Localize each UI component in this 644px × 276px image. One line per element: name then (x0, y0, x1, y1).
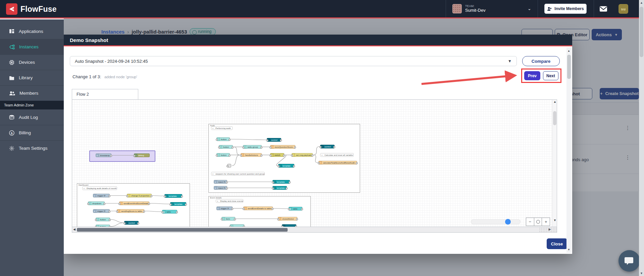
flow-node-label: set msg.payload (295, 154, 312, 156)
sidebar-item-devices[interactable]: Devices (0, 54, 64, 70)
compare-button[interactable]: Compare (522, 56, 560, 66)
chat-bubble-icon (624, 256, 634, 266)
scroll-down-icon[interactable]: ▼ (553, 219, 556, 222)
sidebar-item-members[interactable]: Members (0, 85, 64, 101)
canvas-horizontal-scrollbar[interactable]: ◀ ▶ (72, 227, 557, 233)
template-node-icon: ‹› (273, 186, 276, 189)
flow-node-label: calculateTotalScoreAndResetAudit (322, 162, 356, 164)
widget-node-icon: ☞ (230, 225, 233, 227)
sidebar-item-applications[interactable]: Applications (0, 24, 64, 39)
team-avatar (452, 4, 462, 13)
scroll-down-icon[interactable]: ▼ (567, 248, 570, 251)
flow-node: ●Displaying audit details of month (82, 186, 117, 190)
flow-node: ●Performing audit (211, 126, 233, 130)
user-avatar[interactable]: su (618, 4, 628, 14)
flow-node: fsendEventDetails to table (243, 206, 273, 210)
change-label: Change 1 of 3: (72, 74, 101, 79)
flow-node-label: template (276, 187, 286, 189)
widget-node-icon: ☞ (219, 145, 222, 148)
annotation-arrow (419, 66, 524, 87)
sidebar-item-library[interactable]: Library (0, 70, 64, 85)
canvas-hscroll-thumb[interactable] (77, 228, 288, 232)
mail-icon[interactable] (599, 6, 607, 13)
invite-members-label: Invite Members (554, 6, 584, 11)
flow-node: ●steppers for showing user current quest… (211, 172, 265, 176)
canvas-zoom-controls: − + (526, 218, 550, 226)
invite-members-button[interactable]: Invite Members (544, 4, 587, 14)
flow-node-label: Displaying audit details of month (86, 187, 117, 189)
control-node-icon: ‹› (320, 145, 324, 148)
dollar-icon: $ (9, 130, 14, 136)
close-button[interactable]: Close (547, 238, 567, 249)
flow-node-label: change 5 properties (130, 194, 151, 197)
flow-node-label: inject ⟳ (217, 181, 226, 183)
canvas-zoom-slider[interactable] (471, 219, 521, 224)
sidebar-item-audit-log[interactable]: Audit Log (0, 109, 64, 125)
svg-text:$: $ (11, 131, 13, 135)
scroll-up-icon[interactable]: ▲ (567, 49, 570, 52)
team-selector[interactable]: TEAM: Sumit-Dev (452, 0, 486, 17)
chat-widget-button[interactable] (618, 250, 640, 272)
sidebar-item-label: Team Settings (19, 146, 48, 151)
instances-icon (9, 44, 15, 50)
flow-node-label: table (165, 211, 172, 213)
page-scrollbar[interactable]: ▲ ▼ (639, 0, 644, 276)
flow-node: ●Calculate and reset all variable (320, 153, 354, 157)
inject-node-icon: ▸ (214, 186, 217, 189)
sidebar-item-billing[interactable]: $ Billing (0, 125, 64, 140)
chevron-down-icon[interactable]: ⌄ (528, 6, 531, 11)
canvas-vertical-scrollbar[interactable]: ▲ ▼ (552, 100, 557, 227)
template-node-icon: ‹› (279, 164, 282, 167)
flow-node-label: dropdown (91, 202, 102, 204)
prev-button[interactable]: Prev (524, 71, 540, 80)
scroll-up-icon[interactable]: ▲ (639, 1, 644, 4)
inject-node-icon: ▸ (217, 207, 220, 210)
flow-node: ☞form (221, 217, 235, 221)
brand[interactable]: FlowFuse (6, 3, 57, 15)
sidebar-item-team-settings[interactable]: Team Settings (0, 140, 64, 156)
modal-scrollbar[interactable]: ▲ ▼ (566, 47, 572, 253)
function-node-icon: f (117, 210, 120, 213)
change-node-icon: ⇄ (127, 194, 130, 197)
flow-node: ‹›template (164, 194, 182, 198)
page-scroll-thumb[interactable] (640, 7, 643, 57)
flow-tab[interactable]: Flow 2 (72, 89, 138, 99)
canvas-vscroll-thumb[interactable] (553, 111, 556, 125)
flow-node: ▸trigger ⟳ (93, 194, 110, 197)
widget-node-icon: ☞ (88, 202, 91, 205)
sidebar-item-label: Members (19, 91, 38, 96)
zoom-in-button[interactable]: + (542, 218, 550, 226)
modal-header: Demo Snapshot (64, 35, 572, 46)
zoom-slider-thumb[interactable] (505, 219, 511, 225)
comment-node-icon: ● (211, 172, 214, 175)
widget-node-icon: ☞ (217, 138, 220, 141)
sidebar-item-label: Devices (19, 60, 35, 65)
flow-node-label: trigger ⟳ (220, 207, 230, 210)
scroll-left-icon[interactable]: ◀ (73, 228, 76, 231)
flow-node: ▸timestamp (96, 153, 111, 157)
team-admin-zone-label: Team Admin Zone (0, 101, 64, 109)
chevron-down-icon: ▼ (508, 59, 512, 63)
scroll-up-icon[interactable]: ▲ (553, 100, 556, 103)
switch-node-icon: ≷ (270, 153, 274, 156)
modal-scroll-thumb[interactable] (567, 55, 571, 79)
zoom-out-button[interactable]: − (526, 218, 534, 226)
next-button[interactable]: Next (543, 71, 558, 80)
flow-node-label: button (99, 218, 107, 221)
sidebar-item-label: Library (19, 75, 33, 80)
flow-canvas[interactable]: Event detailsDashboardAudit ▲ ▼ − + ▸tim… (72, 99, 557, 227)
scroll-down-icon[interactable]: ▼ (639, 272, 644, 275)
flow-node-label: control (270, 139, 279, 141)
sidebar-item-instances[interactable]: Instances (0, 39, 64, 54)
snapshot-select[interactable]: Auto Snapshot - 2024-09-24 10:52:45 ▼ (70, 56, 517, 66)
flow-node: ●Display and close events (216, 199, 243, 203)
zoom-reset-button[interactable] (534, 218, 542, 226)
flow-node-label: debug (137, 154, 145, 156)
flow-node: ⇄set msg.payload (292, 153, 313, 157)
comment-node-icon: ● (216, 199, 219, 202)
top-nav: FlowFuse TEAM: Sumit-Dev ⌄ Invite Member… (0, 0, 644, 18)
team-name: Sumit-Dev (465, 8, 486, 13)
flow-node-label: button (222, 146, 230, 148)
flow-node-label: steppers for showing user current questi… (214, 173, 264, 175)
flow-node: fclosedAction (278, 217, 297, 221)
